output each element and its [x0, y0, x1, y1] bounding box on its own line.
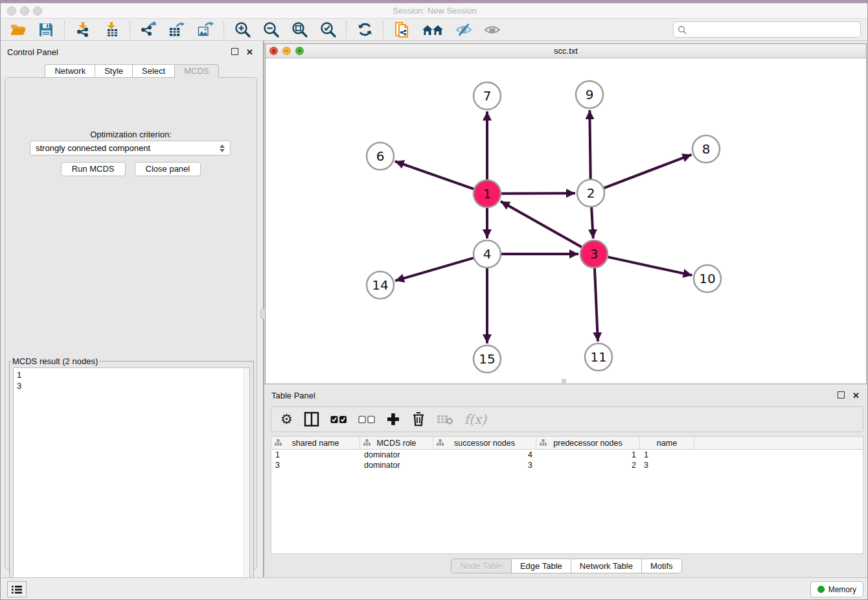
refresh-icon[interactable] — [356, 21, 374, 39]
graph-node-label-4: 4 — [483, 246, 492, 262]
add-column-icon[interactable] — [386, 411, 400, 428]
graph-edge-2-8[interactable] — [604, 155, 692, 189]
graph-edge-2-9[interactable] — [589, 110, 590, 179]
zoom-fit-icon[interactable] — [290, 21, 308, 39]
tab-network-table[interactable]: Network Table — [571, 559, 641, 573]
table-cell[interactable]: 3 — [271, 460, 360, 470]
table-cell[interactable]: dominator — [360, 460, 433, 470]
home-layout-icon[interactable] — [421, 21, 444, 39]
table-cell[interactable]: dominator — [360, 450, 433, 460]
graph-edge-3-10[interactable] — [608, 257, 692, 275]
select-stepper-icon — [220, 144, 225, 152]
table-cell[interactable]: 2 — [536, 460, 640, 470]
delete-table-icon[interactable] — [437, 411, 453, 428]
attribute-type-icon — [363, 439, 371, 448]
search-icon — [678, 25, 687, 34]
tab-node-table[interactable]: Node Table — [451, 559, 511, 573]
attribute-type-icon — [275, 439, 282, 448]
mcds-result-title: MCDS result (2 nodes) — [11, 356, 99, 366]
graph-edge-1-2[interactable] — [501, 193, 575, 194]
network-graph-canvas[interactable]: 7968124314101511 — [266, 58, 866, 384]
import-network-icon[interactable] — [74, 21, 92, 39]
column-header-name[interactable]: name — [640, 437, 694, 449]
column-header-shared-name[interactable]: shared name — [271, 437, 360, 449]
tab-style[interactable]: Style — [95, 64, 132, 78]
result-scrollbar[interactable] — [244, 368, 249, 599]
run-mcds-button[interactable]: Run MCDS — [61, 162, 126, 176]
task-history-button[interactable] — [7, 581, 27, 597]
graph-node-label-2: 2 — [587, 185, 595, 201]
graph-edge-3-1[interactable] — [501, 202, 582, 247]
save-session-icon[interactable] — [37, 21, 55, 39]
session-title: Session: New Session — [1, 6, 868, 16]
attribute-type-icon — [437, 439, 444, 448]
clone-network-icon[interactable] — [393, 21, 411, 39]
tab-network[interactable]: Network — [45, 64, 95, 78]
mcds-result-values: 1 3 — [17, 369, 21, 391]
tab-motifs[interactable]: Motifs — [641, 559, 682, 573]
show-all-eye-icon[interactable] — [483, 21, 501, 39]
hide-selected-eye-icon[interactable] — [455, 21, 473, 39]
function-builder-icon[interactable]: f(x) — [464, 411, 486, 428]
close-panel-button[interactable]: Close panel — [135, 162, 201, 176]
criterion-select[interactable]: strongly connected component — [30, 141, 231, 156]
column-header-predecessor-nodes[interactable]: predecessor nodes — [536, 437, 640, 449]
network-window-titlebar[interactable]: x − + scc.txt — [266, 44, 866, 58]
open-folder-icon[interactable] — [8, 21, 27, 39]
table-close-panel-icon[interactable]: ✕ — [852, 391, 860, 400]
table-body[interactable]: 1dominator4113dominator323 — [271, 450, 863, 470]
table-panel: Table Panel ✕ ⚙ — [265, 388, 868, 577]
table-cell[interactable]: 4 — [433, 450, 536, 460]
mcds-result-group: MCDS result (2 nodes) 1 3 — [9, 356, 254, 600]
zoom-selected-icon[interactable] — [319, 21, 337, 39]
graph-edge-2-3[interactable] — [591, 207, 593, 238]
attribute-type-icon — [540, 439, 547, 448]
status-bar: Memory — [1, 577, 868, 600]
control-panel-title: Control Panel — [7, 47, 58, 57]
column-header-successor-nodes[interactable]: successor nodes — [433, 437, 536, 449]
mcds-panel: Optimization criterion: strongly connect… — [5, 77, 257, 570]
main-titlebar: Session: New Session — [1, 3, 868, 19]
memory-label: Memory — [828, 585, 856, 594]
mcds-result-textarea[interactable]: 1 3 — [13, 367, 250, 599]
float-panel-icon[interactable] — [231, 48, 240, 56]
canvas-resize-handle[interactable] — [562, 379, 566, 383]
tab-mcds[interactable]: MCDS — [174, 64, 218, 78]
export-network-icon[interactable] — [139, 21, 157, 39]
select-all-icon[interactable] — [330, 411, 347, 428]
graph-node-label-1: 1 — [483, 186, 492, 202]
table-settings-gear-icon[interactable]: ⚙ — [280, 411, 293, 428]
import-table-icon[interactable] — [102, 21, 120, 39]
column-selector-icon[interactable] — [304, 411, 319, 428]
export-image-icon[interactable] — [196, 21, 214, 39]
close-panel-icon[interactable]: ✕ — [246, 48, 254, 56]
graph-node-label-14: 14 — [372, 277, 388, 293]
table-row[interactable]: 3dominator323 — [271, 460, 863, 470]
search-input[interactable] — [690, 25, 856, 34]
zoom-in-icon[interactable] — [233, 21, 251, 39]
tab-edge-table[interactable]: Edge Table — [511, 559, 571, 573]
graph-edge-3-11[interactable] — [595, 268, 598, 341]
table-cell[interactable]: 3 — [640, 460, 694, 470]
application-window: Session: New Session — [0, 0, 868, 600]
graph-edge-1-6[interactable] — [395, 161, 474, 189]
optimization-criterion-label: Optimization criterion: — [5, 130, 257, 139]
export-table-icon[interactable] — [168, 21, 186, 39]
memory-button[interactable]: Memory — [810, 581, 863, 597]
table-float-panel-icon[interactable] — [838, 391, 846, 400]
graph-node-label-6: 6 — [376, 148, 385, 164]
tab-select[interactable]: Select — [132, 64, 174, 78]
table-cell[interactable]: 3 — [433, 460, 536, 470]
unselect-all-icon[interactable] — [358, 411, 375, 428]
table-cell[interactable]: 1 — [271, 450, 360, 460]
graph-node-label-9: 9 — [586, 87, 594, 102]
graph-node-label-3: 3 — [590, 246, 599, 262]
delete-column-trash-icon[interactable] — [411, 411, 426, 428]
zoom-out-icon[interactable] — [262, 21, 280, 39]
graph-node-label-10: 10 — [699, 271, 715, 286]
table-cell[interactable]: 1 — [536, 450, 640, 460]
table-row[interactable]: 1dominator411 — [271, 450, 863, 460]
column-header-mcds-role[interactable]: MCDS role — [360, 437, 433, 449]
graph-edge-4-14[interactable] — [395, 258, 474, 281]
table-cell[interactable]: 1 — [640, 450, 694, 460]
